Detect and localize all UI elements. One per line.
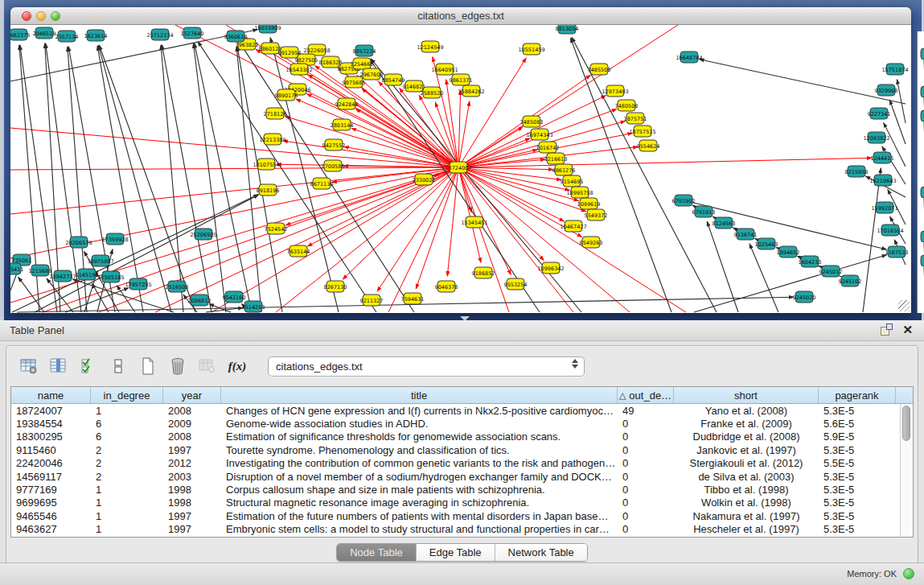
background-network-window[interactable] (917, 31, 924, 313)
table-cell[interactable]: 18724007 (11, 405, 91, 417)
table-cell[interactable]: Genome-wide association studies in ADHD. (221, 418, 618, 430)
graph-edge[interactable] (236, 47, 261, 312)
column-header-title[interactable]: title (221, 387, 618, 403)
graph-node[interactable] (921, 231, 924, 242)
table-cell[interactable]: 1 (91, 523, 163, 535)
table-cell[interactable]: Disruption of a novel member of a sodium… (221, 471, 618, 483)
table-cell[interactable]: 0 (618, 496, 674, 509)
table-row[interactable]: 1938455462009Genome-wide association stu… (11, 417, 913, 430)
memory-status-indicator[interactable] (903, 568, 914, 579)
graph-edge[interactable] (749, 244, 778, 312)
graph-edge[interactable] (377, 167, 458, 291)
column-header-year[interactable]: year (163, 387, 221, 403)
graph-edge[interactable] (343, 167, 458, 279)
table-cell[interactable]: 9115460 (11, 444, 91, 456)
graph-edge[interactable] (863, 168, 881, 312)
table-cell[interactable]: 5.3E-5 (819, 471, 896, 483)
table-cell[interactable]: Hescheler et al. (1997) (674, 523, 819, 535)
table-cell[interactable]: Franke et al. (2009) (674, 418, 819, 430)
column-header-pagerank[interactable]: pagerank (819, 387, 896, 403)
table-cell[interactable]: 5.3E-5 (819, 484, 896, 496)
column-header-short[interactable]: short (674, 387, 819, 403)
graph-node[interactable] (921, 187, 924, 198)
table-cell[interactable]: 5.3E-5 (819, 510, 896, 522)
table-cell[interactable]: 5.6E-5 (819, 418, 896, 430)
graph-edge[interactable] (237, 47, 282, 312)
table-cell[interactable]: 5.3E-5 (819, 405, 896, 417)
table-cell[interactable]: 0 (618, 444, 674, 456)
graph-edge[interactable] (700, 60, 906, 104)
column-header-name[interactable]: name (11, 387, 91, 403)
table-cell[interactable]: 2012 (163, 457, 221, 469)
table-cell[interactable]: 5.3E-5 (819, 444, 896, 456)
table-row[interactable]: 2242004622012Investigating the contribut… (11, 457, 913, 470)
table-cell[interactable]: de Silva et al. (2003) (674, 471, 819, 483)
table-cell[interactable]: Estimation of the future numbers of pati… (221, 510, 618, 522)
table-settings-icon[interactable] (18, 356, 39, 377)
table-cell[interactable]: 0 (618, 523, 674, 535)
close-panel-icon[interactable]: ✕ (902, 323, 913, 336)
graph-node[interactable] (921, 110, 924, 122)
table-cell[interactable]: 0 (618, 484, 674, 496)
table-cell[interactable]: 0 (618, 471, 674, 483)
table-cell[interactable]: Dudbridge et al. (2008) (674, 431, 819, 443)
table-cell[interactable]: Stergiakouli et al. (2012) (674, 457, 819, 469)
graph-edge[interactable] (370, 60, 540, 312)
table-cell[interactable]: Yano et al. (2008) (674, 405, 819, 417)
tab-node-table[interactable]: Node Table (337, 544, 417, 561)
table-row[interactable]: 946362711997Embryonic stem cells: a mode… (11, 523, 913, 536)
table-cell[interactable]: 1998 (163, 496, 221, 509)
table-cell[interactable]: 2009 (163, 418, 221, 430)
table-cell[interactable]: Estimation of significance thresholds fo… (221, 431, 618, 443)
graph-edge[interactable] (572, 38, 717, 312)
graph-edge[interactable] (92, 283, 109, 312)
table-cell[interactable]: 1998 (163, 484, 221, 496)
table-cell[interactable]: Nakamura et al. (1997) (674, 510, 819, 522)
column-header-out_de[interactable]: △out_de… (618, 387, 674, 403)
resize-grip-icon[interactable] (898, 300, 910, 311)
function-builder-icon[interactable]: f(x) (227, 356, 248, 377)
graph-edge[interactable] (355, 109, 458, 167)
table-cell[interactable]: Structural magnetic resonance image aver… (221, 496, 618, 509)
float-panel-icon[interactable] (881, 323, 893, 336)
table-cell[interactable]: 2003 (163, 471, 221, 483)
table-vertical-scrollbar[interactable] (900, 404, 913, 537)
select-rows-icon[interactable] (78, 356, 99, 377)
table-cell[interactable]: 2 (91, 471, 163, 483)
table-cell[interactable]: 1997 (163, 510, 221, 522)
network-view-canvas[interactable]: 1872400779638228860128891295423226058982… (10, 25, 911, 313)
table-cell[interactable]: 0 (618, 457, 674, 469)
table-cell[interactable]: 9699695 (11, 496, 91, 509)
tab-edge-table[interactable]: Edge Table (417, 544, 495, 561)
table-cell[interactable]: 2 (91, 444, 163, 456)
table-cell[interactable]: 19384554 (11, 418, 91, 430)
table-row[interactable]: 1830029562008Estimation of significance … (11, 431, 913, 443)
column-header-in_degree[interactable]: in_degree (91, 387, 163, 403)
table-cell[interactable]: 6 (91, 418, 163, 430)
table-row[interactable]: 1456911722003Disruption of a novel membe… (11, 470, 913, 483)
column-settings-icon[interactable] (48, 356, 69, 377)
table-cell[interactable]: 1 (91, 510, 163, 522)
graph-edge[interactable] (897, 80, 906, 123)
table-row[interactable]: 911546021997Tourette syndrome. Phenomeno… (11, 443, 913, 456)
table-cell[interactable]: 2 (91, 457, 163, 469)
graph-edge[interactable] (889, 100, 906, 144)
table-cell[interactable]: 49 (618, 405, 674, 417)
table-row[interactable]: 969969511998Structural magnetic resonanc… (11, 496, 913, 509)
graph-node[interactable] (921, 48, 924, 60)
graph-edge[interactable] (195, 43, 252, 312)
graph-edge[interactable] (10, 167, 458, 170)
new-table-icon[interactable] (138, 356, 158, 377)
table-cell[interactable]: Embryonic stem cells: a model to study s… (221, 523, 618, 535)
table-cell[interactable]: 5.3E-5 (819, 496, 896, 509)
table-cell[interactable]: 9465546 (11, 510, 91, 522)
table-cell[interactable]: Jankovic et al. (1997) (674, 444, 819, 456)
scrollbar-thumb[interactable] (902, 406, 910, 441)
table-cell[interactable]: 1 (91, 405, 163, 417)
table-cell[interactable]: 2008 (163, 431, 221, 443)
table-cell[interactable]: Investigating the contribution of common… (221, 457, 618, 469)
network-window-titlebar[interactable]: citations_edges.txt (10, 7, 911, 25)
table-cell[interactable]: 1997 (163, 444, 221, 456)
table-cell[interactable]: 1 (91, 496, 163, 509)
table-cell[interactable]: 5.5E-5 (819, 457, 896, 469)
